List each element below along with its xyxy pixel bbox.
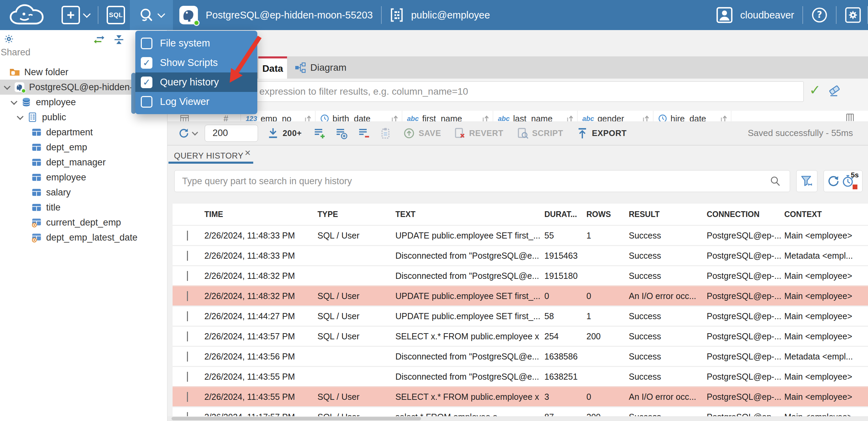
grid-columns-settings[interactable] — [731, 111, 868, 121]
row-limit-input[interactable] — [205, 125, 258, 142]
checkbox-unchecked-icon[interactable] — [141, 96, 152, 108]
history-filter-button[interactable] — [796, 170, 817, 192]
settings-button[interactable] — [845, 7, 861, 23]
sort-icon[interactable] — [481, 114, 489, 121]
sort-icon[interactable] — [719, 114, 728, 121]
clear-filter-eraser-icon[interactable] — [827, 83, 842, 98]
history-row[interactable]: 2/26/2024, 11:43:57 PMSQL / UserSELECT x… — [173, 326, 868, 346]
tab-data[interactable]: Data — [258, 56, 287, 79]
cloudbeaver-logo-icon[interactable] — [9, 4, 44, 26]
chevron-down-icon[interactable] — [187, 331, 188, 341]
revert-label: REVERT — [469, 128, 503, 138]
history-column-header[interactable]: CONNECTION — [707, 210, 784, 219]
tree-item-dept-emp[interactable]: dept_emp — [0, 140, 167, 155]
checkbox-checked-icon[interactable]: ✓ — [141, 57, 152, 69]
tree-item-employee[interactable]: employee — [0, 170, 167, 185]
columns-icon[interactable] — [845, 113, 854, 121]
chevron-down-icon[interactable] — [10, 100, 18, 104]
chevron-down-icon[interactable] — [187, 291, 188, 301]
tools-menu-button[interactable] — [130, 0, 173, 30]
tree-item-salary[interactable]: salary — [0, 185, 167, 200]
revert-button[interactable]: REVERT — [453, 127, 503, 139]
collapse-all-icon[interactable] — [113, 34, 125, 46]
refresh-chevron-icon[interactable] — [192, 129, 198, 135]
history-column-header[interactable]: TIME — [204, 210, 317, 219]
history-row[interactable]: 2/26/2024, 11:48:33 PMSQL / UserUPDATE p… — [173, 225, 868, 245]
filter-expression-input[interactable] — [172, 81, 804, 102]
grid-column-gender[interactable]: abcgender — [578, 111, 653, 121]
history-column-header[interactable]: DURAT... — [544, 210, 586, 219]
history-row[interactable]: 2/26/2024, 11:48:32 PMSQL / UserUPDATE p… — [173, 285, 868, 305]
duplicate-row-button[interactable] — [335, 127, 348, 139]
history-cell-time: 2/26/2024, 11:43:56 PM — [204, 352, 317, 362]
new-connection-button[interactable] — [62, 6, 80, 24]
fetch-more-button[interactable]: 200+ — [267, 127, 302, 139]
history-row[interactable]: 2/26/2024, 11:44:27 PMSQL / UserUPDATE p… — [173, 305, 868, 326]
close-icon[interactable]: × — [245, 147, 251, 159]
chevron-down-icon[interactable] — [187, 311, 188, 321]
tree-item-dept-emp-latest-date[interactable]: dept_emp_latest_date — [0, 230, 167, 245]
history-scrollbar-track[interactable] — [167, 416, 868, 421]
chevron-down-icon[interactable] — [187, 231, 188, 241]
paste-button[interactable] — [380, 127, 392, 139]
grid-column-hire_date[interactable]: hire_date — [653, 111, 731, 121]
sort-icon[interactable] — [303, 114, 312, 121]
refresh-button[interactable] — [178, 127, 197, 139]
history-column-header[interactable]: RESULT — [629, 210, 707, 219]
tab-diagram[interactable]: Diagram — [291, 56, 350, 79]
history-row[interactable]: 2/26/2024, 11:43:55 PMSQL / UserSELECT x… — [173, 386, 868, 406]
sort-icon[interactable] — [641, 114, 650, 121]
export-button[interactable]: EXPORT — [576, 127, 627, 139]
delete-row-button[interactable] — [358, 127, 370, 139]
tab-query-history[interactable]: QUERY HISTORY — [174, 151, 243, 161]
save-button[interactable]: SAVE — [403, 127, 441, 139]
auto-refresh-timer-icon[interactable]: 5s — [840, 172, 858, 191]
sql-editor-button[interactable]: SQL — [107, 6, 125, 24]
sync-connection-icon[interactable] — [93, 34, 105, 46]
checkbox-checked-icon[interactable]: ✓ — [141, 77, 152, 88]
history-column-header[interactable]: TEXT — [395, 210, 544, 219]
grid-column-last_name[interactable]: abclast_name — [493, 111, 578, 121]
history-row[interactable]: 2/26/2024, 11:43:56 PMDisconnected from … — [173, 346, 868, 366]
chevron-down-icon[interactable] — [16, 116, 25, 119]
sort-icon[interactable] — [566, 114, 574, 121]
chevron-down-icon[interactable] — [187, 352, 188, 362]
chevron-down-icon[interactable] — [3, 85, 12, 89]
navigator-settings-button[interactable] — [3, 33, 15, 46]
checkbox-unchecked-icon[interactable] — [141, 38, 152, 49]
history-column-header[interactable]: ROWS — [586, 210, 629, 219]
user-menu-button[interactable]: cloudbeaver — [716, 7, 794, 23]
tools-menu-chevron-icon[interactable] — [158, 10, 165, 18]
menu-item-log-viewer[interactable]: Log Viewer — [135, 92, 257, 111]
history-row[interactable]: 2/26/2024, 11:48:32 PMDisconnected from … — [173, 265, 868, 285]
connection-selector[interactable]: PostgreSQL@ep-hidden-moon-55203 — [179, 5, 373, 25]
history-refresh-button[interactable]: 5s — [824, 170, 863, 192]
chevron-down-icon[interactable] — [187, 392, 188, 402]
query-history-table: TIMETYPETEXTDURAT...ROWSRESULTCONNECTION… — [173, 204, 868, 421]
history-column-header[interactable]: CONTEXT — [784, 210, 868, 219]
apply-filter-check-icon[interactable]: ✓ — [809, 82, 821, 98]
history-column-header[interactable]: TYPE — [317, 210, 395, 219]
menu-item-show-scripts[interactable]: ✓Show Scripts — [135, 53, 257, 72]
help-button[interactable]: ? — [811, 7, 828, 23]
chevron-down-icon[interactable] — [187, 251, 188, 261]
add-row-button[interactable] — [313, 127, 326, 139]
history-row[interactable]: 2/26/2024, 11:48:33 PMDisconnected from … — [173, 245, 868, 265]
history-scrollbar-thumb[interactable] — [172, 417, 421, 420]
tree-item-current-dept-emp[interactable]: current_dept_emp — [0, 215, 167, 230]
chevron-down-icon[interactable] — [187, 271, 188, 281]
tree-item-department[interactable]: department — [0, 125, 167, 140]
new-connection-chevron-icon[interactable] — [83, 10, 91, 18]
history-row[interactable]: 2/26/2024, 11:43:55 PMDisconnected from … — [173, 366, 868, 386]
chevron-down-icon[interactable] — [187, 372, 188, 382]
tree-item-dept-manager[interactable]: dept_manager — [0, 155, 167, 170]
tree-item-title[interactable]: title — [0, 200, 167, 215]
grid-column-first_name[interactable]: abcfirst_name — [402, 111, 493, 121]
menu-item-query-history[interactable]: ✓Query history — [135, 72, 257, 92]
query-history-search-input[interactable] — [174, 170, 790, 192]
schema-selector[interactable]: public@employee — [390, 8, 490, 23]
menu-item-file-system[interactable]: File system — [135, 33, 257, 53]
sort-icon[interactable] — [390, 114, 398, 121]
grid-column-birth_date[interactable]: birth_date — [315, 111, 402, 121]
script-button[interactable]: SCRIPT — [516, 127, 563, 139]
